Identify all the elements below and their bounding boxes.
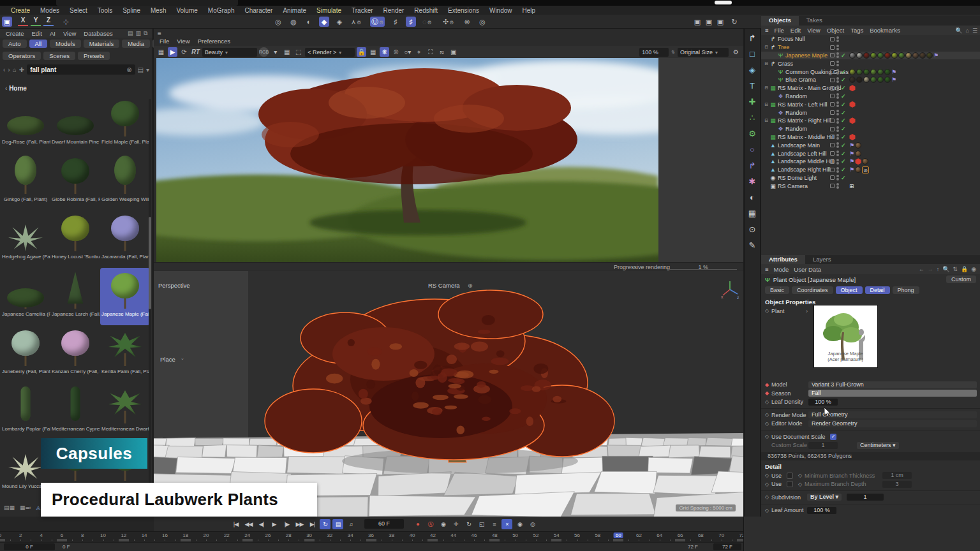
axis-lock-y[interactable]: Y bbox=[31, 17, 41, 26]
null-object-icon[interactable]: ↱ bbox=[746, 33, 758, 44]
camera-target-icon[interactable]: ⊞ bbox=[849, 183, 854, 189]
viewport-label[interactable]: Perspective bbox=[158, 282, 190, 289]
previous-key[interactable]: ◀◀ bbox=[243, 519, 254, 529]
menu-spline[interactable]: Spline bbox=[118, 6, 145, 15]
camera-label[interactable]: RS Camera bbox=[428, 282, 460, 289]
next-key[interactable]: ▶▶ bbox=[294, 519, 305, 529]
plant-card[interactable]: Golden Weeping Willo... bbox=[100, 153, 150, 210]
enable-checkmark[interactable]: ✓ bbox=[841, 110, 847, 116]
layer-toggle-icon[interactable] bbox=[830, 45, 835, 50]
subdivision-mode-dropdown[interactable]: By Level ▾ bbox=[807, 494, 842, 501]
season-dropdown[interactable]: Fall bbox=[808, 390, 977, 397]
image-icon[interactable]: ▣ bbox=[449, 47, 458, 57]
expand-icon[interactable]: ⊟ bbox=[764, 118, 769, 123]
material-swatch[interactable] bbox=[898, 52, 905, 59]
sim-tool-icon-6[interactable]: Ⓤ⚙ bbox=[370, 17, 385, 27]
attr-back-icon[interactable]: ← bbox=[919, 266, 924, 272]
export-icon[interactable]: ⧉ bbox=[144, 30, 147, 37]
layer-toggle-icon[interactable] bbox=[830, 53, 835, 57]
param-diamond-icon[interactable]: ◇ bbox=[765, 481, 771, 487]
material-swatch[interactable] bbox=[870, 77, 877, 83]
attr-lock-icon[interactable]: 🔒 bbox=[961, 266, 968, 272]
keyed-diamond-icon[interactable]: ◆ bbox=[765, 382, 771, 388]
attr-search-icon[interactable]: 🔍 bbox=[942, 266, 949, 272]
enable-checkmark[interactable]: ✓ bbox=[841, 151, 847, 157]
plant-card[interactable]: Hedgehog Agave (Fall... bbox=[1, 210, 50, 268]
rt-label[interactable]: RT bbox=[191, 47, 200, 57]
om-menu-file[interactable]: File bbox=[771, 27, 787, 34]
camera-icon[interactable]: ▦ bbox=[746, 208, 758, 219]
visibility-dots[interactable] bbox=[836, 85, 839, 91]
attr-section-tab-object[interactable]: Object bbox=[836, 286, 863, 294]
layer-toggle-icon[interactable] bbox=[830, 78, 835, 82]
home-icon[interactable]: ⌂ bbox=[13, 66, 17, 73]
enable-checkmark[interactable]: ✓ bbox=[841, 134, 847, 140]
redshift-tag-icon[interactable] bbox=[849, 85, 856, 91]
zoom-field[interactable]: 100 % bbox=[639, 48, 669, 57]
visibility-dots[interactable] bbox=[836, 69, 839, 75]
forward-icon[interactable]: › bbox=[8, 66, 10, 73]
add-icon[interactable]: ✚ bbox=[19, 66, 24, 73]
object-name[interactable]: Tree bbox=[778, 44, 789, 50]
object-row[interactable]: ⊟▦RS Matrix - Right Hill✓ bbox=[761, 117, 980, 125]
material-tag-swatch[interactable] bbox=[855, 151, 861, 157]
om-burger-icon[interactable]: ≡ bbox=[764, 27, 770, 34]
plant-expand-icon[interactable]: › bbox=[806, 308, 808, 314]
material-pen-icon[interactable]: ✎ bbox=[746, 240, 758, 251]
attr-section-tab-basic[interactable]: Basic bbox=[765, 286, 789, 294]
menu-volume[interactable]: Volume bbox=[172, 6, 202, 15]
axis-lock-x[interactable]: X bbox=[18, 17, 28, 26]
expand-icon[interactable]: ⊟ bbox=[764, 45, 769, 50]
object-row[interactable]: ▲Landscape Left Hill✓⚑ bbox=[761, 149, 980, 158]
sim-tool-icon-10[interactable]: ✣⚙ bbox=[442, 17, 455, 27]
menu-simulate[interactable]: Simulate bbox=[312, 6, 346, 15]
visibility-dots[interactable] bbox=[836, 93, 839, 99]
snapshot-icon[interactable]: ❋ bbox=[380, 47, 389, 57]
list-view-icon[interactable]: ▤▦ bbox=[4, 504, 15, 513]
crop-icon[interactable]: ⬚ bbox=[293, 47, 303, 57]
clear-search-icon[interactable]: ⊗ bbox=[126, 66, 131, 73]
redshift-tag-icon[interactable] bbox=[849, 101, 856, 108]
rv-menu-preferences[interactable]: Preferences bbox=[195, 38, 234, 45]
object-name[interactable]: Landscape Right Hill bbox=[778, 166, 831, 173]
material-swatch[interactable] bbox=[849, 77, 856, 83]
enable-checkmark[interactable]: ✓ bbox=[841, 69, 847, 75]
layer-toggle-icon[interactable] bbox=[830, 184, 835, 188]
enable-checkmark[interactable]: ✓ bbox=[841, 166, 847, 173]
plant-card[interactable]: Mediterranean Dwarf ... bbox=[100, 383, 150, 440]
material-swatch[interactable] bbox=[877, 77, 884, 83]
visibility-dots[interactable] bbox=[836, 151, 839, 156]
generator-icon[interactable]: ✚ bbox=[746, 96, 758, 108]
menu-redshift[interactable]: Redshift bbox=[410, 6, 442, 15]
max-branch-checkbox[interactable]: ✓ bbox=[787, 481, 793, 487]
grid-icon[interactable]: ▦ bbox=[368, 47, 378, 57]
search-input[interactable] bbox=[30, 66, 124, 73]
visibility-dots[interactable] bbox=[836, 110, 839, 115]
om-menu-object[interactable]: Object bbox=[824, 27, 847, 34]
om-search-icon[interactable]: 🔍 bbox=[955, 27, 962, 34]
disabled-tag-icon[interactable]: ⊘ bbox=[862, 166, 869, 173]
plant-card[interactable]: Jacaranda (Fall, Plant) bbox=[100, 210, 150, 268]
asset-tab-models[interactable]: Models bbox=[50, 40, 81, 48]
param-diamond-icon[interactable]: ◇ bbox=[765, 473, 771, 478]
material-tag-swatch[interactable] bbox=[855, 142, 861, 149]
loop-toggle[interactable]: ↻ bbox=[320, 519, 330, 529]
asset-tab-media[interactable]: Media bbox=[122, 40, 150, 48]
plant-card[interactable]: Kanzan Cherry (Fall, Pl... bbox=[50, 325, 100, 383]
param-diamond-icon[interactable]: ◇ bbox=[765, 508, 771, 513]
object-row[interactable]: ❖Random✓ bbox=[761, 108, 980, 117]
object-name[interactable]: RS Matrix - Middle Hill bbox=[778, 134, 835, 140]
sim-tool-icon-0[interactable]: ◎ bbox=[273, 17, 283, 27]
object-row[interactable]: ⊟↱Grass bbox=[761, 59, 980, 68]
record-params-icon[interactable]: ≡ bbox=[489, 519, 500, 529]
custom-scale-field[interactable]: 1 bbox=[808, 442, 838, 449]
layer-toggle-icon[interactable] bbox=[830, 61, 835, 66]
panel-icon[interactable]: ▥ bbox=[136, 30, 142, 37]
plant-card[interactable]: Mediterranean Cypres... bbox=[50, 383, 100, 440]
userdata-menu[interactable]: User Data bbox=[794, 266, 821, 273]
param-diamond-icon[interactable]: ◇ bbox=[765, 494, 771, 500]
object-name[interactable]: Japanese Maple bbox=[785, 52, 828, 59]
plant-thumbnail[interactable]: Japanese Maple (Acer palmatum) bbox=[813, 305, 878, 368]
object-row[interactable]: ▲Landscape Main✓⚑ bbox=[761, 141, 980, 149]
axis-lock-z[interactable]: Z bbox=[43, 17, 54, 26]
